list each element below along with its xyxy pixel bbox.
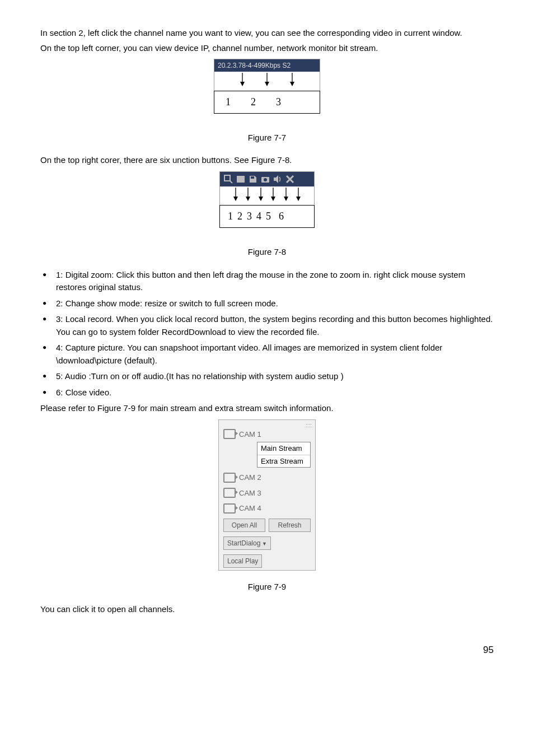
fullscreen-icon — [236, 174, 246, 184]
figure-label: Figure 7-7 — [40, 132, 494, 144]
arrow-down-icon — [289, 73, 295, 90]
svg-marker-24 — [284, 197, 288, 201]
svg-point-11 — [264, 178, 267, 181]
camera-icon — [223, 503, 236, 514]
camera-icon — [223, 473, 236, 483]
arrow-down-icon — [233, 188, 238, 205]
figure-7-7: 20.2.3.78-4-499Kbps S2 1 2 3 — [214, 59, 320, 114]
paragraph: In section 2, left click the channel nam… — [40, 27, 494, 40]
stream-submenu: Main Stream Extra Stream — [257, 442, 311, 468]
drag-handle-icon[interactable]: :::: — [219, 420, 315, 427]
callout-number: 1 — [228, 209, 233, 224]
arrow-down-icon — [283, 188, 289, 205]
svg-marker-16 — [233, 197, 238, 201]
bullet-item: 3: Local record. When you click local re… — [40, 313, 494, 338]
svg-rect-9 — [251, 176, 254, 179]
channel-cam3[interactable]: CAM 3 — [219, 486, 315, 501]
arrow-down-icon — [245, 188, 251, 205]
callout-number: 3 — [276, 95, 281, 110]
svg-marker-22 — [271, 197, 275, 201]
channel-label: CAM 3 — [239, 488, 261, 499]
channel-cam1[interactable]: CAM 1 — [219, 427, 315, 442]
paragraph: On the top right corer, there are six un… — [40, 154, 494, 167]
camera-icon — [223, 488, 236, 498]
callout-number: 5 — [266, 209, 271, 224]
arrow-down-icon — [264, 73, 270, 90]
callout-number: 2 — [237, 209, 242, 224]
callout-number: 4 — [256, 209, 261, 224]
channel-panel: :::: CAM 1 Main Stream Extra Stream CAM … — [218, 419, 316, 571]
channel-label: CAM 2 — [239, 472, 261, 483]
bullet-item: 2: Change show mode: resize or switch to… — [40, 297, 494, 310]
ip-channel-bitstream-bar: 20.2.3.78-4-499Kbps S2 — [214, 59, 320, 72]
close-icon — [285, 174, 295, 184]
svg-marker-1 — [240, 82, 245, 86]
arrow-down-icon — [296, 188, 301, 205]
svg-rect-6 — [224, 175, 230, 181]
figure-label: Figure 7-8 — [40, 246, 494, 259]
digital-zoom-icon — [223, 174, 233, 184]
paragraph: On the top left corner, you can view dev… — [40, 42, 494, 55]
local-record-icon — [248, 174, 258, 184]
channel-label: CAM 4 — [239, 503, 261, 514]
arrow-down-icon — [270, 188, 276, 205]
arrow-down-icon — [240, 73, 245, 90]
figure-label: Figure 7-9 — [40, 581, 494, 594]
svg-marker-12 — [274, 175, 278, 183]
main-stream-option[interactable]: Main Stream — [257, 442, 310, 455]
arrow-down-icon — [258, 188, 264, 205]
paragraph: You can click it to open all channels. — [40, 603, 494, 616]
svg-marker-3 — [265, 82, 269, 86]
bullet-item: 6: Close video. — [40, 386, 494, 399]
bullet-item: 1: Digital zoom: Click this button and t… — [40, 269, 494, 294]
start-dialog-dropdown[interactable]: StartDialog — [223, 536, 271, 550]
figure-7-8: 1 2 3 4 5 6 — [219, 171, 315, 228]
page-number: 95 — [40, 643, 494, 657]
callout-number: 1 — [226, 95, 231, 110]
refresh-button[interactable]: Refresh — [269, 519, 311, 532]
svg-marker-20 — [259, 197, 263, 201]
camera-icon — [223, 429, 236, 439]
extra-stream-option[interactable]: Extra Stream — [257, 455, 310, 468]
callout-number: 3 — [247, 209, 252, 224]
callout-number: 2 — [251, 95, 256, 110]
channel-cam4[interactable]: CAM 4 — [219, 501, 315, 516]
callout-number: 6 — [279, 209, 284, 224]
svg-marker-18 — [246, 197, 250, 201]
bullet-item: 5: Audio :Turn on or off audio.(It has n… — [40, 370, 494, 383]
svg-rect-8 — [237, 176, 245, 183]
capture-icon — [260, 174, 270, 184]
channel-label: CAM 1 — [239, 429, 261, 440]
svg-line-7 — [229, 180, 232, 183]
channel-cam2[interactable]: CAM 2 — [219, 470, 315, 486]
bullet-item: 4: Capture picture. You can snapshoot im… — [40, 342, 494, 367]
open-all-button[interactable]: Open All — [223, 519, 265, 532]
paragraph: Please refer to Figure 7-9 for main stre… — [40, 402, 494, 415]
svg-marker-26 — [296, 197, 301, 201]
local-play-button[interactable]: Local Play — [223, 554, 262, 568]
audio-icon — [273, 174, 283, 184]
svg-marker-5 — [290, 82, 294, 86]
